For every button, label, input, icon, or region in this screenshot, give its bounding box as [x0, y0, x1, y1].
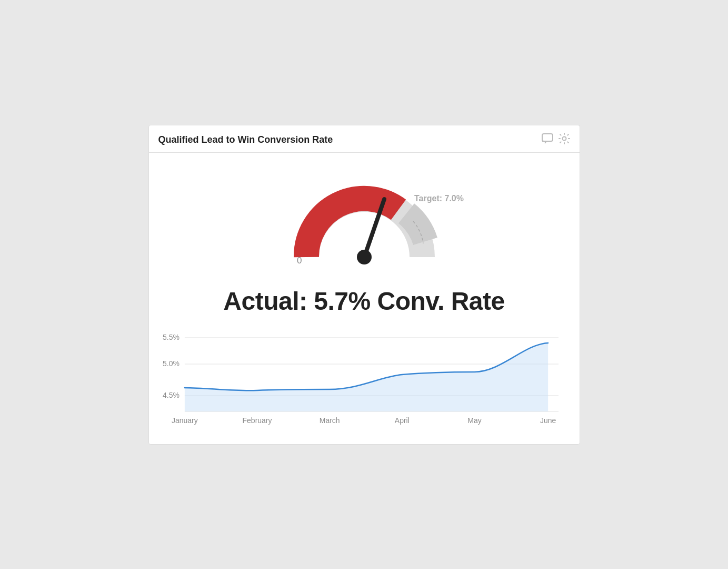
header-icons: [542, 133, 570, 147]
svg-text:0: 0: [297, 256, 302, 266]
svg-text:Target: 7.0%: Target: 7.0%: [414, 194, 464, 203]
svg-text:March: March: [319, 416, 340, 424]
gauge-svg: 0 Target: 7.0%: [254, 163, 475, 284]
svg-text:May: May: [467, 416, 481, 424]
svg-point-1: [562, 136, 566, 140]
settings-icon[interactable]: [559, 133, 570, 147]
svg-rect-0: [542, 134, 553, 141]
svg-text:4.5%: 4.5%: [163, 390, 179, 399]
comment-icon[interactable]: [542, 133, 553, 146]
svg-text:February: February: [242, 416, 272, 424]
svg-point-3: [357, 250, 372, 264]
dashboard-card: Qualified Lead to Win Conversion Rate: [148, 125, 580, 445]
line-chart-svg: 5.5% 5.0% 4.5% January F: [159, 328, 569, 434]
card-title: Qualified Lead to Win Conversion Rate: [158, 134, 333, 145]
gauge-section: 0 Target: 7.0% Actual: 5.7% Conv. Rate: [149, 153, 580, 328]
actual-value-label: Actual: 5.7% Conv. Rate: [223, 287, 504, 316]
svg-text:5.0%: 5.0%: [163, 359, 179, 367]
svg-text:June: June: [540, 416, 555, 424]
chart-container: 5.5% 5.0% 4.5% January F: [159, 328, 569, 434]
gauge-wrapper: 0 Target: 7.0%: [254, 163, 475, 284]
chart-section: 5.5% 5.0% 4.5% January F: [149, 328, 580, 444]
card-header: Qualified Lead to Win Conversion Rate: [149, 125, 580, 153]
svg-text:April: April: [394, 416, 409, 424]
svg-text:January: January: [172, 416, 198, 424]
svg-text:5.5%: 5.5%: [163, 332, 179, 341]
